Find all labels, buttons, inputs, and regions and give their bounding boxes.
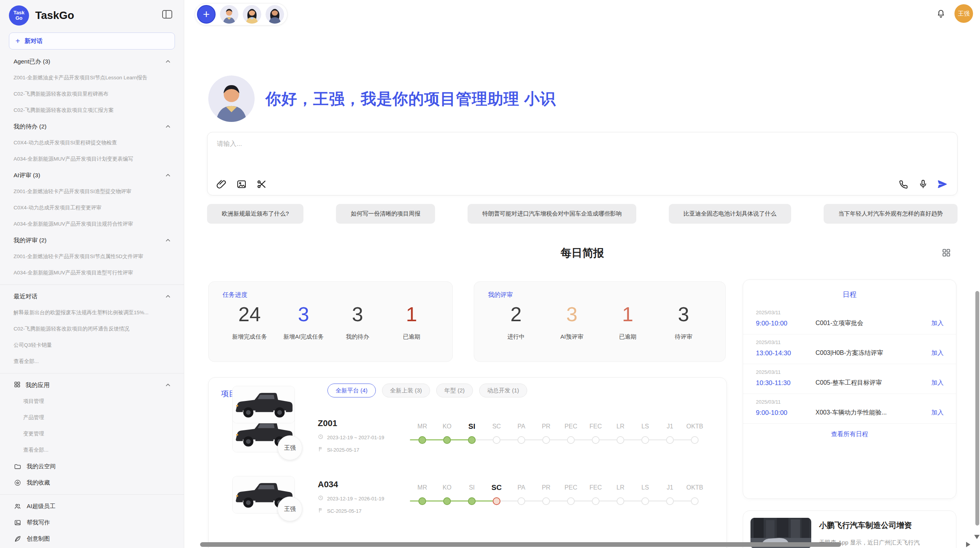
chevron-up-icon[interactable] [164,237,171,244]
sidebar-section-header[interactable]: 我的待办 (2) [0,118,184,135]
milestone-label: MR [418,421,427,432]
recent-chat-item[interactable]: C02-飞腾新能源轻客改款项目的闭环通告反馈情况 [0,321,184,337]
suggestion-chip[interactable]: 欧洲新规最近颁布了什么? [207,204,303,224]
horizontal-scrollbar[interactable] [200,542,841,547]
app-item[interactable]: 变更管理 [0,426,184,442]
view-all-schedule-link[interactable]: 查看所有日程 [743,430,956,438]
avatar-male-1[interactable] [220,5,238,24]
recent-chats-header[interactable]: 最近对话 [0,288,184,305]
milestone-label: LR [617,421,624,432]
sidebar-section-header[interactable]: AI评审 (3) [0,167,184,183]
sidebar-section-header[interactable]: Agent已办 (3) [0,53,184,70]
sidebar-item[interactable]: Z001-全新燃油皮卡产品开发项目SI节点Lesson Learn报告 [0,70,184,86]
nav-label: 我的收藏 [27,479,50,486]
chevron-up-icon[interactable] [164,58,171,65]
sidebar-section-header[interactable]: 我的评审 (2) [0,232,184,248]
my-apps-header[interactable]: 我的应用 [0,377,184,393]
briefing-cards: 任务进度 24 新增完成任务 3 新增AI完成任务 3 我的待办 1 已逾期 我… [208,281,726,362]
suggestion-chip[interactable]: 当下年轻人对汽车外观有怎样的喜好趋势 [824,204,958,224]
milestone-label: J1 [667,421,673,432]
scroll-down-arrow-icon[interactable] [974,535,980,539]
sidebar-item[interactable]: A034-全新新能源MUV产品开发项目法规符合性评审 [0,216,184,232]
sidebar-nav-item[interactable]: 我的云空间 [0,458,184,474]
sidebar-item[interactable]: Z001-全新燃油轻卡产品开发项目SI节点属性5D文件评审 [0,248,184,265]
sidebar-item[interactable]: C02-飞腾新能源轻客改款项目立项汇报方案 [0,102,184,118]
new-chat-button[interactable]: + 新对话 [9,33,175,50]
join-meeting-link[interactable]: 加入 [931,409,944,417]
app-logo-icon: Task Go [9,5,29,26]
milestone-label: SC [492,482,502,493]
photo-icon[interactable] [236,179,247,190]
suggestion-chips: 欧洲新规最近颁布了什么?如何写一份清晰的项目周报特朗普可能对进口汽车增税会对中国… [207,204,958,224]
suggestion-chip[interactable]: 比亚迪全固态电池计划具体说了什么 [669,204,791,224]
stat-label: 新增完成任务 [223,333,277,341]
user-avatar[interactable]: 王强 [954,4,973,23]
sidebar-item[interactable]: C0X4-动力总成开发项目工程变更评审 [0,200,184,216]
sidebar-item[interactable]: A034-全新新能源MUV产品开发项目造型可行性评审 [0,265,184,281]
people-icon [14,503,21,510]
sidebar-nav-item[interactable]: AI超级员工 [0,498,184,514]
schedule-time: 9:00-10:00 [756,320,816,327]
briefing-card: 我的评审 2 进行中 3 AI预评审 1 已逾期 3 待评审 [474,281,726,362]
blocks-icon [14,381,21,390]
milestone-label: OKTB [686,421,703,432]
milestone-dot [641,497,649,505]
dashboard-tab[interactable]: 全新上装 (3) [382,384,430,397]
join-meeting-link[interactable]: 加入 [931,319,944,327]
add-conversation-button[interactable]: + [197,5,216,24]
mic-icon[interactable] [918,179,929,190]
stat-block: 3 我的待办 [331,302,385,341]
sidebar-nav-item[interactable]: 我的收藏 [0,474,184,491]
app-item[interactable]: 产品管理 [0,409,184,426]
send-icon[interactable] [937,179,948,190]
stat-value: 2 [488,302,544,326]
sidebar-item[interactable]: C0X4-动力总成开发项目SI里程碑提交物检查 [0,135,184,151]
dashboard-tab[interactable]: 全新平台 (4) [327,384,376,397]
greeting-block: 你好，王强，我是你的项目管理助理 小识 [208,75,556,122]
chevron-up-icon[interactable] [164,123,171,130]
star-badge-icon [14,479,21,486]
suggestion-chip[interactable]: 如何写一份清晰的项目周报 [336,204,435,224]
paperclip-icon[interactable] [216,179,227,190]
grid-layout-icon[interactable] [941,248,951,258]
chevron-up-icon[interactable] [164,172,171,179]
join-meeting-link[interactable]: 加入 [931,379,944,387]
stat-value: 3 [544,302,600,326]
join-meeting-link[interactable]: 加入 [931,349,944,357]
phone-icon[interactable] [898,179,909,190]
dashboard-tab[interactable]: 年型 (2) [436,384,473,397]
suggestion-chip[interactable]: 特朗普可能对进口汽车增税会对中国车企造成哪些影响 [468,204,636,224]
app-item[interactable]: 项目管理 [0,393,184,409]
app-root: { "app": { "logo_top": "Task", "logo_bot… [0,0,980,548]
conversation-avatar-group: + [195,3,288,26]
stat-block: 1 已逾期 [385,302,439,341]
stat-value: 1 [385,302,439,326]
milestone-label: PA [517,421,525,432]
scissors-icon[interactable] [256,179,267,190]
sidebar-item[interactable]: Z001-全新燃油轻卡产品开发项目SI造型提交物评审 [0,183,184,200]
recent-chat-item[interactable]: 解释最新出台的欧盟报废车法规再生塑料比例被调至15%... [0,305,184,321]
dashboard-tab[interactable]: 动总开发 (1) [479,384,528,397]
recent-chat-item[interactable]: 公司Q3轻卡销量 [0,337,184,353]
scroll-right-arrow-icon[interactable] [966,542,970,547]
view-all-chats-link[interactable]: 查看全部... [0,353,184,370]
avatar-female-1[interactable] [243,5,261,24]
section-title: 我的评审 (2) [14,236,46,245]
divider [0,373,184,373]
view-all-apps-link[interactable]: 查看全部... [0,442,184,458]
sidebar-nav-item[interactable]: 帮我写作 [0,514,184,531]
divider [0,284,184,285]
sidebar-item[interactable]: A034-全新新能源MUV产品开发项目计划变更表编写 [0,151,184,167]
schedule-panel: 日程 2025/03/11 9:00-10:00 C001-立项审批会 加入 2… [743,279,956,499]
avatar-female-2[interactable] [266,5,284,24]
notification-bell-icon[interactable] [936,9,946,19]
collapse-sidebar-icon[interactable] [162,10,172,19]
sidebar-nav-item[interactable]: 创意制图 [0,531,184,547]
project-row[interactable]: 王强 A034 2023-12-19 ~ 2026-01-19 SC-2025-… [209,468,726,529]
project-date-range: 2023-12-19 ~ 2027-01-19 [318,434,384,441]
chevron-up-icon[interactable] [164,293,171,300]
chevron-up-icon[interactable] [164,382,171,389]
chat-input[interactable] [217,139,948,173]
vertical-scrollbar[interactable] [975,291,979,526]
sidebar-item[interactable]: C02-飞腾新能源轻客改款项目里程碑画布 [0,86,184,102]
